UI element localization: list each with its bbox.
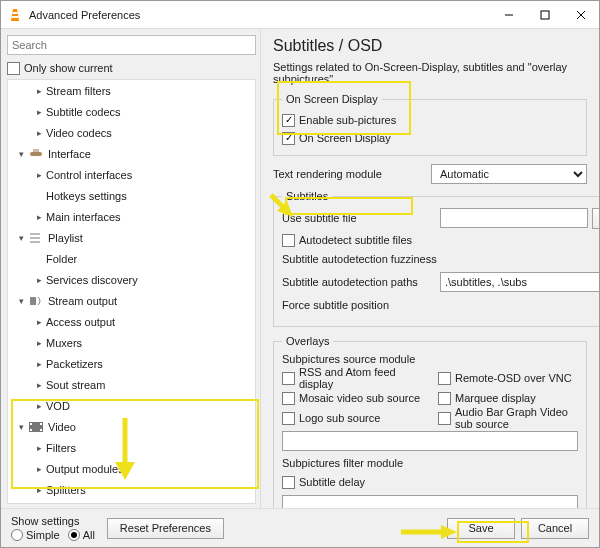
tree-label: Stream filters: [46, 85, 111, 97]
tree-label: Output modules: [46, 463, 124, 475]
tree-item[interactable]: ▸Access output: [8, 311, 255, 332]
svg-rect-2: [12, 16, 18, 18]
twist-icon: ▸: [32, 170, 46, 180]
tree-label: VOD: [46, 400, 70, 412]
close-button[interactable]: [563, 1, 599, 29]
tree-item[interactable]: ▸Control interfaces: [8, 164, 255, 185]
tree-item[interactable]: ▾Video: [8, 416, 255, 437]
twist-icon: ▸: [32, 464, 46, 474]
svg-rect-7: [30, 152, 42, 156]
tree-item[interactable]: ▸Subtitle codecs: [8, 101, 255, 122]
overlay-option-checkbox[interactable]: [438, 412, 451, 425]
tree-item[interactable]: ▸Filters: [8, 437, 255, 458]
tree-item[interactable]: ▾Stream output: [8, 290, 255, 311]
overlays-group: Overlays Subpictures source module RSS a…: [273, 335, 587, 508]
save-button[interactable]: Save: [447, 518, 515, 539]
osd-checkbox[interactable]: [282, 132, 295, 145]
tree-label: Muxers: [46, 337, 82, 349]
subtitle-file-input[interactable]: [440, 208, 588, 228]
cancel-button[interactable]: Cancel: [521, 518, 589, 539]
twist-icon: ▾: [14, 422, 28, 432]
tree-item[interactable]: ▸Muxers: [8, 332, 255, 353]
overlay-option-checkbox[interactable]: [282, 372, 295, 385]
tree-label: Video codecs: [46, 127, 112, 139]
svg-rect-15: [40, 423, 42, 425]
twist-icon: ▸: [32, 275, 46, 285]
minimize-button[interactable]: [491, 1, 527, 29]
preferences-tree[interactable]: ▸Stream filters▸Subtitle codecs▸Video co…: [7, 79, 256, 504]
twist-icon: ▸: [32, 317, 46, 327]
subtitles-group: Subtitles Use subtitle file Browse... Au…: [273, 190, 599, 327]
tree-item[interactable]: ▸Output modules: [8, 458, 255, 479]
tree-item[interactable]: ▾Interface: [8, 143, 255, 164]
overlay-option-checkbox[interactable]: [438, 372, 451, 385]
overlay-option-checkbox[interactable]: [438, 392, 451, 405]
subpictures-filter-input[interactable]: [282, 495, 578, 508]
twist-icon: ▾: [14, 149, 28, 159]
tree-label: Main interfaces: [46, 211, 121, 223]
tree-item[interactable]: ▸Packetizers: [8, 353, 255, 374]
reset-button[interactable]: Reset Preferences: [107, 518, 224, 539]
autodetect-paths-input[interactable]: [440, 272, 599, 292]
tree-item[interactable]: ▸Services discovery: [8, 269, 255, 290]
tree-item[interactable]: ▸Main interfaces: [8, 206, 255, 227]
tree-item[interactable]: ▸Stream filters: [8, 80, 255, 101]
subtitles-legend: Subtitles: [282, 190, 332, 202]
tree-label: Control interfaces: [46, 169, 132, 181]
svg-rect-17: [40, 429, 42, 431]
tree-label: Stream output: [48, 295, 117, 307]
all-radio[interactable]: [68, 529, 80, 541]
tree-label: Video: [48, 421, 76, 433]
vlc-icon: [7, 7, 23, 23]
browse-button[interactable]: Browse...: [592, 208, 599, 229]
only-show-current-checkbox[interactable]: [7, 62, 20, 75]
tree-label: Services discovery: [46, 274, 138, 286]
svg-rect-14: [30, 423, 32, 425]
maximize-button[interactable]: [527, 1, 563, 29]
twist-icon: ▾: [14, 296, 28, 306]
twist-icon: ▸: [32, 380, 46, 390]
tree-label: Sout stream: [46, 379, 105, 391]
video-icon: [28, 419, 44, 435]
svg-rect-1: [13, 12, 18, 14]
playlist-icon: [28, 230, 44, 246]
tree-label: Subtitle codecs: [46, 106, 121, 118]
tree-label: Splitters: [46, 484, 86, 496]
twist-icon: ▸: [32, 212, 46, 222]
tree-item[interactable]: ▸VOD: [8, 395, 255, 416]
simple-radio[interactable]: [11, 529, 23, 541]
autodetect-checkbox[interactable]: [282, 234, 295, 247]
overlay-option-checkbox[interactable]: [282, 412, 295, 425]
window-title: Advanced Preferences: [29, 9, 491, 21]
svg-rect-4: [541, 11, 549, 19]
only-show-current-label: Only show current: [24, 62, 113, 74]
tree-item[interactable]: Hotkeys settings: [8, 185, 255, 206]
twist-icon: ▸: [32, 107, 46, 117]
svg-marker-0: [11, 9, 19, 21]
titlebar: Advanced Preferences: [1, 1, 599, 29]
twist-icon: ▸: [32, 86, 46, 96]
enable-subpictures-checkbox[interactable]: [282, 114, 295, 127]
tree-item[interactable]: ▸Splitters: [8, 479, 255, 500]
text-render-select[interactable]: Automatic: [431, 164, 587, 184]
tree-label: Folder: [46, 253, 77, 265]
search-input[interactable]: [7, 35, 256, 55]
tree-label: Interface: [48, 148, 91, 160]
text-render-label: Text rendering module: [273, 168, 431, 180]
tree-item[interactable]: ▸Sout stream: [8, 374, 255, 395]
overlay-option-checkbox[interactable]: [282, 392, 295, 405]
osd-group: On Screen Display Enable sub-pictures On…: [273, 93, 587, 156]
twist-icon: ▸: [32, 443, 46, 453]
tree-label: Packetizers: [46, 358, 103, 370]
tree-item[interactable]: Folder: [8, 248, 255, 269]
right-panel: Subtitles / OSD Settings related to On-S…: [261, 29, 599, 508]
tree-item[interactable]: ▸Subtitles / OSD: [8, 500, 255, 504]
svg-rect-16: [30, 429, 32, 431]
tree-item[interactable]: ▾Playlist: [8, 227, 255, 248]
tree-label: Playlist: [48, 232, 83, 244]
subtitle-delay-checkbox[interactable]: [282, 476, 295, 489]
twist-icon: ▸: [32, 338, 46, 348]
tree-label: Access output: [46, 316, 115, 328]
tree-item[interactable]: ▸Video codecs: [8, 122, 255, 143]
subpictures-source-input[interactable]: [282, 431, 578, 451]
